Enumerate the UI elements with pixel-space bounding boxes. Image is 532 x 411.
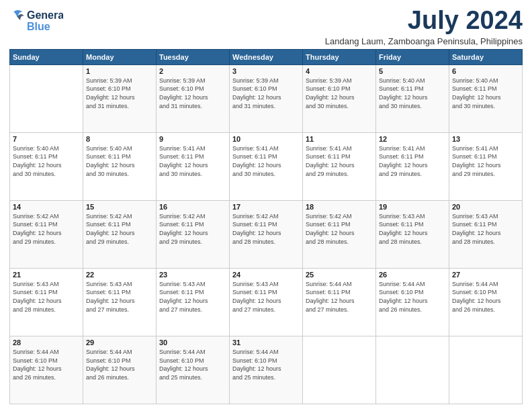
calendar-cell: 1Sunrise: 5:39 AM Sunset: 6:10 PM Daylig… <box>83 64 157 132</box>
calendar-cell: 2Sunrise: 5:39 AM Sunset: 6:10 PM Daylig… <box>157 64 230 132</box>
calendar-cell: 15Sunrise: 5:42 AM Sunset: 6:11 PM Dayli… <box>83 200 157 268</box>
calendar-cell: 30Sunrise: 5:44 AM Sunset: 6:10 PM Dayli… <box>157 336 230 404</box>
day-info: Sunrise: 5:43 AM Sunset: 6:11 PM Dayligh… <box>379 212 446 246</box>
day-number: 27 <box>452 271 519 279</box>
calendar-week-row: 28Sunrise: 5:44 AM Sunset: 6:10 PM Dayli… <box>10 336 523 404</box>
day-number: 21 <box>13 271 80 279</box>
col-saturday: Saturday <box>449 49 523 64</box>
header: GeneralBlue July 2024 Landang Laum, Zamb… <box>9 7 523 46</box>
day-number: 30 <box>159 338 226 347</box>
day-number: 26 <box>379 271 446 279</box>
day-number: 5 <box>379 67 446 75</box>
calendar-cell: 19Sunrise: 5:43 AM Sunset: 6:11 PM Dayli… <box>376 200 449 268</box>
col-wednesday: Wednesday <box>230 49 303 64</box>
calendar-cell: 26Sunrise: 5:44 AM Sunset: 6:10 PM Dayli… <box>376 268 449 336</box>
calendar-cell: 7Sunrise: 5:40 AM Sunset: 6:11 PM Daylig… <box>10 132 83 200</box>
calendar-cell: 31Sunrise: 5:44 AM Sunset: 6:10 PM Dayli… <box>230 336 303 404</box>
day-info: Sunrise: 5:41 AM Sunset: 6:11 PM Dayligh… <box>159 144 226 178</box>
logo: GeneralBlue <box>9 7 63 35</box>
day-info: Sunrise: 5:42 AM Sunset: 6:11 PM Dayligh… <box>13 212 80 246</box>
svg-text:Blue: Blue <box>27 21 50 32</box>
day-number: 24 <box>232 271 300 279</box>
col-monday: Monday <box>83 49 157 64</box>
calendar-cell: 16Sunrise: 5:42 AM Sunset: 6:11 PM Dayli… <box>157 200 230 268</box>
day-info: Sunrise: 5:43 AM Sunset: 6:11 PM Dayligh… <box>13 280 80 314</box>
day-info: Sunrise: 5:44 AM Sunset: 6:11 PM Dayligh… <box>306 280 373 314</box>
calendar-cell: 11Sunrise: 5:41 AM Sunset: 6:11 PM Dayli… <box>303 132 376 200</box>
col-friday: Friday <box>376 49 449 64</box>
day-number: 20 <box>452 203 519 211</box>
location-subtitle: Landang Laum, Zamboanga Peninsula, Phili… <box>325 36 523 46</box>
day-number: 4 <box>306 67 373 75</box>
calendar-cell: 9Sunrise: 5:41 AM Sunset: 6:11 PM Daylig… <box>157 132 230 200</box>
col-tuesday: Tuesday <box>157 49 230 64</box>
calendar-cell: 21Sunrise: 5:43 AM Sunset: 6:11 PM Dayli… <box>10 268 83 336</box>
calendar-cell: 25Sunrise: 5:44 AM Sunset: 6:11 PM Dayli… <box>303 268 376 336</box>
calendar-cell: 12Sunrise: 5:41 AM Sunset: 6:11 PM Dayli… <box>376 132 449 200</box>
day-info: Sunrise: 5:42 AM Sunset: 6:11 PM Dayligh… <box>306 212 373 246</box>
day-number: 15 <box>86 203 153 211</box>
calendar-cell: 8Sunrise: 5:40 AM Sunset: 6:11 PM Daylig… <box>83 132 157 200</box>
calendar-header-row: Sunday Monday Tuesday Wednesday Thursday… <box>10 49 523 64</box>
calendar-week-row: 14Sunrise: 5:42 AM Sunset: 6:11 PM Dayli… <box>10 200 523 268</box>
day-number: 17 <box>232 203 300 211</box>
calendar-week-row: 21Sunrise: 5:43 AM Sunset: 6:11 PM Dayli… <box>10 268 523 336</box>
day-info: Sunrise: 5:44 AM Sunset: 6:10 PM Dayligh… <box>86 348 153 381</box>
day-number: 14 <box>13 203 80 211</box>
col-thursday: Thursday <box>303 49 376 64</box>
day-info: Sunrise: 5:44 AM Sunset: 6:10 PM Dayligh… <box>159 348 226 381</box>
day-number: 16 <box>159 203 226 211</box>
day-number: 12 <box>379 135 446 143</box>
calendar-cell: 10Sunrise: 5:41 AM Sunset: 6:11 PM Dayli… <box>230 132 303 200</box>
day-info: Sunrise: 5:42 AM Sunset: 6:11 PM Dayligh… <box>232 212 300 246</box>
day-info: Sunrise: 5:40 AM Sunset: 6:11 PM Dayligh… <box>13 144 80 178</box>
calendar-cell: 13Sunrise: 5:41 AM Sunset: 6:11 PM Dayli… <box>449 132 523 200</box>
day-number: 13 <box>452 135 519 143</box>
calendar-cell <box>449 336 523 404</box>
day-info: Sunrise: 5:42 AM Sunset: 6:11 PM Dayligh… <box>86 212 153 246</box>
calendar-cell: 23Sunrise: 5:43 AM Sunset: 6:11 PM Dayli… <box>157 268 230 336</box>
day-number: 3 <box>232 67 300 75</box>
day-number: 28 <box>13 338 80 347</box>
day-number: 25 <box>306 271 373 279</box>
calendar-cell: 20Sunrise: 5:43 AM Sunset: 6:11 PM Dayli… <box>449 200 523 268</box>
day-number: 11 <box>306 135 373 143</box>
calendar-cell: 14Sunrise: 5:42 AM Sunset: 6:11 PM Dayli… <box>10 200 83 268</box>
day-number: 2 <box>159 67 226 75</box>
calendar-table: Sunday Monday Tuesday Wednesday Thursday… <box>9 49 523 404</box>
calendar-cell: 22Sunrise: 5:43 AM Sunset: 6:11 PM Dayli… <box>83 268 157 336</box>
day-info: Sunrise: 5:41 AM Sunset: 6:11 PM Dayligh… <box>232 144 300 178</box>
day-info: Sunrise: 5:40 AM Sunset: 6:11 PM Dayligh… <box>452 77 519 110</box>
calendar-cell <box>376 336 449 404</box>
day-number: 19 <box>379 203 446 211</box>
day-info: Sunrise: 5:43 AM Sunset: 6:11 PM Dayligh… <box>452 212 519 246</box>
day-info: Sunrise: 5:40 AM Sunset: 6:11 PM Dayligh… <box>379 77 446 110</box>
day-info: Sunrise: 5:43 AM Sunset: 6:11 PM Dayligh… <box>86 280 153 314</box>
calendar-cell: 18Sunrise: 5:42 AM Sunset: 6:11 PM Dayli… <box>303 200 376 268</box>
day-info: Sunrise: 5:44 AM Sunset: 6:10 PM Dayligh… <box>452 280 519 314</box>
day-number: 31 <box>232 338 300 347</box>
calendar-cell: 27Sunrise: 5:44 AM Sunset: 6:10 PM Dayli… <box>449 268 523 336</box>
calendar-cell: 3Sunrise: 5:39 AM Sunset: 6:10 PM Daylig… <box>230 64 303 132</box>
day-info: Sunrise: 5:44 AM Sunset: 6:10 PM Dayligh… <box>379 280 446 314</box>
calendar-cell: 4Sunrise: 5:39 AM Sunset: 6:10 PM Daylig… <box>303 64 376 132</box>
calendar-week-row: 1Sunrise: 5:39 AM Sunset: 6:10 PM Daylig… <box>10 64 523 132</box>
day-info: Sunrise: 5:43 AM Sunset: 6:11 PM Dayligh… <box>159 280 226 314</box>
calendar-cell: 6Sunrise: 5:40 AM Sunset: 6:11 PM Daylig… <box>449 64 523 132</box>
day-number: 10 <box>232 135 300 143</box>
calendar-cell: 24Sunrise: 5:43 AM Sunset: 6:11 PM Dayli… <box>230 268 303 336</box>
day-number: 22 <box>86 271 153 279</box>
month-year-title: July 2024 <box>325 7 523 35</box>
calendar-cell <box>10 64 83 132</box>
title-section: July 2024 Landang Laum, Zamboanga Penins… <box>325 7 523 46</box>
day-info: Sunrise: 5:41 AM Sunset: 6:11 PM Dayligh… <box>379 144 446 178</box>
day-info: Sunrise: 5:39 AM Sunset: 6:10 PM Dayligh… <box>159 77 226 110</box>
day-number: 8 <box>86 135 153 143</box>
day-info: Sunrise: 5:42 AM Sunset: 6:11 PM Dayligh… <box>159 212 226 246</box>
calendar-cell: 29Sunrise: 5:44 AM Sunset: 6:10 PM Dayli… <box>83 336 157 404</box>
day-info: Sunrise: 5:39 AM Sunset: 6:10 PM Dayligh… <box>306 77 373 110</box>
day-info: Sunrise: 5:39 AM Sunset: 6:10 PM Dayligh… <box>232 77 300 110</box>
day-info: Sunrise: 5:41 AM Sunset: 6:11 PM Dayligh… <box>452 144 519 178</box>
calendar-cell: 28Sunrise: 5:44 AM Sunset: 6:10 PM Dayli… <box>10 336 83 404</box>
day-number: 9 <box>159 135 226 143</box>
